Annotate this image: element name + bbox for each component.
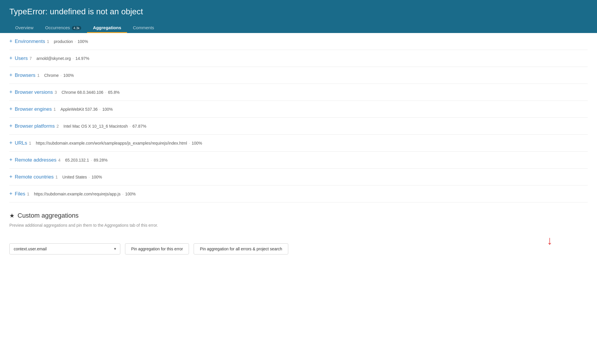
agg-count-browser-platforms: 2 xyxy=(57,124,59,129)
agg-label-urls[interactable]: URLs xyxy=(15,140,27,146)
agg-value-browsers: Chrome·100% xyxy=(44,73,74,78)
agg-value-browser-versions: Chrome 68.0.3440.106·65.8% xyxy=(62,90,120,95)
pin-all-errors-button[interactable]: Pin aggregation for all errors & project… xyxy=(194,243,288,254)
agg-label-files[interactable]: Files xyxy=(15,191,25,197)
agg-toggle-remote-countries[interactable]: + xyxy=(9,174,13,180)
agg-row-browser-engines: + Browser engines 1 AppleWebKit 537.36·1… xyxy=(9,101,588,118)
agg-count-urls: 1 xyxy=(29,141,31,145)
pin-this-error-button[interactable]: Pin aggregation for this error xyxy=(125,243,189,254)
error-title: TypeError: undefined is not an object xyxy=(9,7,588,16)
main-content: + Environments 1 production·100% + Users… xyxy=(0,33,597,259)
agg-row-browser-versions: + Browser versions 3 Chrome 68.0.3440.10… xyxy=(9,84,588,101)
agg-toggle-remote-addresses[interactable]: + xyxy=(9,157,13,163)
agg-count-environments: 1 xyxy=(47,39,49,44)
agg-value-browser-platforms: Intel Mac OS X 10_13_6 Macintosh·67.87% xyxy=(63,124,146,129)
agg-value-users: arnold@skynet.org·14.97% xyxy=(37,56,89,61)
star-icon: ★ xyxy=(9,212,15,219)
agg-label-remote-countries[interactable]: Remote countries xyxy=(15,174,54,180)
agg-count-browser-engines: 1 xyxy=(53,107,56,112)
agg-row-files: + Files 1 https://subdomain.example.com/… xyxy=(9,186,588,202)
agg-value-remote-countries: United States·100% xyxy=(63,175,102,179)
agg-value-urls: https://subdomain.example.com/work/sampl… xyxy=(36,141,202,145)
custom-aggregations-section: ★ Custom aggregations Preview additional… xyxy=(9,202,588,259)
agg-label-browser-engines[interactable]: Browser engines xyxy=(15,106,52,112)
agg-value-environments: production·100% xyxy=(54,39,88,44)
arrow-down-icon: ↓ xyxy=(547,235,553,246)
agg-row-remote-addresses: + Remote addresses 4 65.203.132.1·89.28% xyxy=(9,152,588,169)
agg-count-remote-countries: 1 xyxy=(55,175,58,179)
agg-toggle-browsers[interactable]: + xyxy=(9,72,13,78)
tab-overview[interactable]: Overview xyxy=(9,22,39,33)
agg-label-browser-versions[interactable]: Browser versions xyxy=(15,89,53,95)
agg-row-environments: + Environments 1 production·100% xyxy=(9,33,588,50)
agg-count-users: 7 xyxy=(29,56,32,61)
agg-count-browsers: 1 xyxy=(37,73,39,78)
tab-occurrences-label: Occurrences xyxy=(45,25,70,30)
agg-row-browser-platforms: + Browser platforms 2 Intel Mac OS X 10_… xyxy=(9,118,588,135)
agg-row-users: + Users 7 arnold@skynet.org·14.97% xyxy=(9,50,588,67)
agg-row-remote-countries: + Remote countries 1 United States·100% xyxy=(9,169,588,186)
tab-occurrences[interactable]: Occurrences4.3k xyxy=(39,22,87,33)
agg-count-files: 1 xyxy=(27,192,29,196)
tab-nav: Overview Occurrences4.3k Aggregations Co… xyxy=(9,22,588,33)
agg-label-browser-platforms[interactable]: Browser platforms xyxy=(15,123,55,129)
tab-comments[interactable]: Comments xyxy=(127,22,160,33)
agg-value-browser-engines: AppleWebKit 537.36·100% xyxy=(60,107,113,112)
tab-aggregations[interactable]: Aggregations xyxy=(87,22,127,33)
agg-label-environments[interactable]: Environments xyxy=(15,39,45,44)
agg-row-urls: + URLs 1 https://subdomain.example.com/w… xyxy=(9,135,588,152)
aggregation-dropdown[interactable]: context.user.email context.user.id conte… xyxy=(9,243,120,254)
custom-controls: context.user.email context.user.id conte… xyxy=(9,243,588,254)
agg-toggle-browser-versions[interactable]: + xyxy=(9,89,13,95)
custom-description: Preview additional aggregations and pin … xyxy=(9,223,588,228)
agg-value-remote-addresses: 65.203.132.1·89.28% xyxy=(65,158,107,162)
agg-toggle-browser-platforms[interactable]: + xyxy=(9,123,13,129)
custom-aggregations-title: ★ Custom aggregations xyxy=(9,212,588,219)
agg-label-remote-addresses[interactable]: Remote addresses xyxy=(15,157,57,163)
agg-count-browser-versions: 3 xyxy=(55,90,57,95)
aggregation-dropdown-container: context.user.email context.user.id conte… xyxy=(9,243,120,254)
occurrences-badge: 4.3k xyxy=(72,26,81,30)
agg-toggle-urls[interactable]: + xyxy=(9,140,13,146)
agg-toggle-users[interactable]: + xyxy=(9,55,13,61)
agg-toggle-environments[interactable]: + xyxy=(9,38,13,44)
agg-count-remote-addresses: 4 xyxy=(58,158,60,162)
agg-row-browsers: + Browsers 1 Chrome·100% xyxy=(9,67,588,84)
agg-value-files: https://subdomain.example.com/requirejs/… xyxy=(34,192,136,196)
agg-label-users[interactable]: Users xyxy=(15,56,28,61)
agg-label-browsers[interactable]: Browsers xyxy=(15,72,36,78)
agg-toggle-browser-engines[interactable]: + xyxy=(9,106,13,112)
agg-toggle-files[interactable]: + xyxy=(9,191,13,197)
page-header: TypeError: undefined is not an object Ov… xyxy=(0,0,597,33)
